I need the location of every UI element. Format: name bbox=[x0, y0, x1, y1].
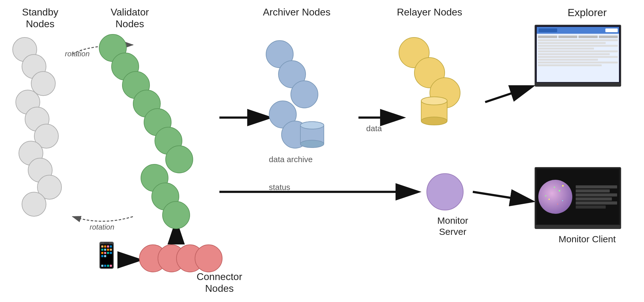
monitor-client-label: Monitor Client bbox=[556, 234, 618, 245]
connector-circle-4 bbox=[195, 244, 222, 272]
phone-icon: 📱 bbox=[91, 243, 122, 268]
relayer-nodes-label: Relayer Nodes bbox=[396, 6, 464, 18]
status-label: status bbox=[269, 183, 290, 192]
standby-nodes-label: Standby Nodes bbox=[9, 6, 71, 30]
validator-circle-10 bbox=[162, 201, 190, 229]
relayer-cylinder bbox=[420, 96, 448, 127]
rotation-top-label: rotation bbox=[65, 50, 90, 58]
monitor-server-label: Monitor Server bbox=[431, 215, 474, 237]
monitor-to-client-arrow bbox=[473, 192, 532, 201]
diagram-container: Standby Nodes Validator Nodes rotation r… bbox=[0, 0, 644, 302]
archiver-circle-3 bbox=[290, 80, 318, 108]
connector-nodes-label: Connector Nodes bbox=[185, 271, 253, 295]
rotation-bottom-label: rotation bbox=[90, 223, 114, 232]
rotation-bottom-arrow bbox=[73, 217, 133, 221]
monitor-client-screen-thumb bbox=[535, 167, 621, 229]
relayer-to-explorer-arrow bbox=[485, 87, 532, 102]
monitor-server-circle bbox=[426, 173, 464, 210]
svg-point-6 bbox=[300, 122, 324, 129]
archiver-nodes-label: Archiver Nodes bbox=[263, 6, 331, 18]
explorer-screen-thumb bbox=[535, 25, 621, 87]
svg-point-10 bbox=[421, 97, 447, 105]
standby-circle-10 bbox=[22, 192, 46, 217]
data-label: data bbox=[366, 124, 382, 133]
svg-point-5 bbox=[300, 140, 324, 148]
archiver-cylinder bbox=[300, 121, 324, 149]
validator-circle-7 bbox=[165, 145, 193, 173]
data-archive-label: data archive bbox=[269, 155, 313, 164]
validator-nodes-label: Validator Nodes bbox=[96, 6, 164, 30]
explorer-label: Explorer bbox=[556, 6, 618, 19]
svg-point-9 bbox=[421, 117, 447, 125]
